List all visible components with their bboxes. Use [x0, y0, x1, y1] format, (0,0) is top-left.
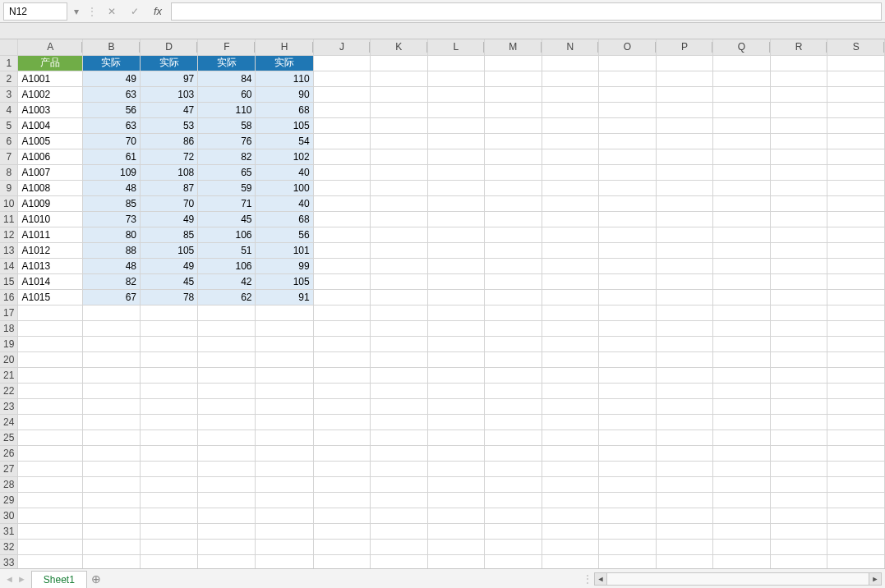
cell-O32[interactable] — [599, 539, 657, 554]
cell-K8[interactable] — [371, 164, 428, 180]
cell-K26[interactable] — [371, 445, 428, 461]
cell-R3[interactable] — [770, 86, 827, 102]
cell-F3[interactable]: 60 — [198, 86, 256, 102]
cell-J18[interactable] — [313, 320, 370, 336]
cell-Q20[interactable] — [713, 351, 771, 367]
cell-R8[interactable] — [770, 164, 827, 180]
cell-K28[interactable] — [371, 476, 428, 492]
cell-F17[interactable] — [198, 305, 256, 320]
cell-N11[interactable] — [542, 211, 599, 227]
row-header-2[interactable]: 2 — [0, 71, 18, 86]
cell-O5[interactable] — [599, 117, 657, 133]
cell-K14[interactable] — [371, 258, 428, 273]
cell-H1[interactable]: 实际 — [256, 55, 313, 71]
cell-J32[interactable] — [313, 539, 370, 554]
cell-S15[interactable] — [827, 273, 885, 289]
cell-P24[interactable] — [656, 414, 713, 430]
cell-B19[interactable] — [82, 336, 140, 351]
cell-D10[interactable]: 70 — [141, 195, 198, 211]
cell-D3[interactable]: 103 — [141, 86, 198, 102]
cell-O24[interactable] — [599, 414, 657, 430]
cell-L21[interactable] — [427, 367, 484, 383]
cell-R19[interactable] — [770, 336, 827, 351]
cell-J7[interactable] — [313, 149, 370, 164]
column-header-B[interactable]: B — [82, 39, 140, 55]
cell-M24[interactable] — [485, 414, 542, 430]
cell-H30[interactable] — [256, 508, 313, 523]
cell-N1[interactable] — [542, 55, 599, 71]
cell-A33[interactable] — [18, 554, 82, 568]
cell-A9[interactable]: A1008 — [18, 180, 82, 195]
cell-F18[interactable] — [198, 320, 256, 336]
cell-P25[interactable] — [656, 430, 713, 445]
cell-K29[interactable] — [371, 492, 428, 508]
cell-Q19[interactable] — [713, 336, 771, 351]
cell-L8[interactable] — [427, 164, 484, 180]
cell-P17[interactable] — [656, 305, 713, 320]
cell-M5[interactable] — [485, 117, 542, 133]
cell-P33[interactable] — [656, 554, 713, 568]
cell-R26[interactable] — [770, 445, 827, 461]
cell-A12[interactable]: A1011 — [18, 227, 82, 242]
cell-B27[interactable] — [82, 461, 140, 476]
cell-J10[interactable] — [313, 195, 370, 211]
cell-H23[interactable] — [256, 398, 313, 414]
scroll-right-icon[interactable]: ► — [869, 572, 882, 586]
cell-J5[interactable] — [313, 117, 370, 133]
cell-A30[interactable] — [18, 508, 82, 523]
cell-L30[interactable] — [427, 508, 484, 523]
cell-D5[interactable]: 53 — [141, 117, 198, 133]
cell-N25[interactable] — [542, 430, 599, 445]
cell-A24[interactable] — [18, 414, 82, 430]
cell-M27[interactable] — [485, 461, 542, 476]
cell-O20[interactable] — [599, 351, 657, 367]
cell-Q6[interactable] — [713, 133, 771, 149]
row-header-4[interactable]: 4 — [0, 102, 18, 117]
cell-B8[interactable]: 109 — [82, 164, 140, 180]
cell-Q5[interactable] — [713, 117, 771, 133]
formula-input[interactable] — [171, 2, 882, 21]
cell-K33[interactable] — [371, 554, 428, 568]
cell-J11[interactable] — [313, 211, 370, 227]
cell-D2[interactable]: 97 — [141, 71, 198, 86]
cell-N13[interactable] — [542, 242, 599, 258]
cell-P26[interactable] — [656, 445, 713, 461]
cell-A4[interactable]: A1003 — [18, 102, 82, 117]
cell-N10[interactable] — [542, 195, 599, 211]
cell-O22[interactable] — [599, 383, 657, 398]
cell-S7[interactable] — [827, 149, 885, 164]
row-header-30[interactable]: 30 — [0, 508, 18, 523]
row-header-8[interactable]: 8 — [0, 164, 18, 180]
cell-L25[interactable] — [427, 430, 484, 445]
cell-K20[interactable] — [371, 351, 428, 367]
cell-J25[interactable] — [313, 430, 370, 445]
cell-D25[interactable] — [141, 430, 198, 445]
tab-prev-icon[interactable]: ◄ — [5, 574, 14, 584]
cell-P10[interactable] — [656, 195, 713, 211]
cell-H20[interactable] — [256, 351, 313, 367]
cell-H18[interactable] — [256, 320, 313, 336]
cell-Q2[interactable] — [713, 71, 771, 86]
cell-J4[interactable] — [313, 102, 370, 117]
cell-R27[interactable] — [770, 461, 827, 476]
cell-N30[interactable] — [542, 508, 599, 523]
cell-B9[interactable]: 48 — [82, 180, 140, 195]
cell-S23[interactable] — [827, 398, 885, 414]
cell-M12[interactable] — [485, 227, 542, 242]
cell-H16[interactable]: 91 — [256, 289, 313, 305]
cell-S33[interactable] — [827, 554, 885, 568]
cell-P32[interactable] — [656, 539, 713, 554]
cell-M17[interactable] — [485, 305, 542, 320]
cell-F22[interactable] — [198, 383, 256, 398]
cell-A15[interactable]: A1014 — [18, 273, 82, 289]
cell-K11[interactable] — [371, 211, 428, 227]
cell-R28[interactable] — [770, 476, 827, 492]
cell-P6[interactable] — [656, 133, 713, 149]
cell-P8[interactable] — [656, 164, 713, 180]
cell-F5[interactable]: 58 — [198, 117, 256, 133]
cell-Q18[interactable] — [713, 320, 771, 336]
cell-K9[interactable] — [371, 180, 428, 195]
cell-B22[interactable] — [82, 383, 140, 398]
cell-N28[interactable] — [542, 476, 599, 492]
cell-F32[interactable] — [198, 539, 256, 554]
